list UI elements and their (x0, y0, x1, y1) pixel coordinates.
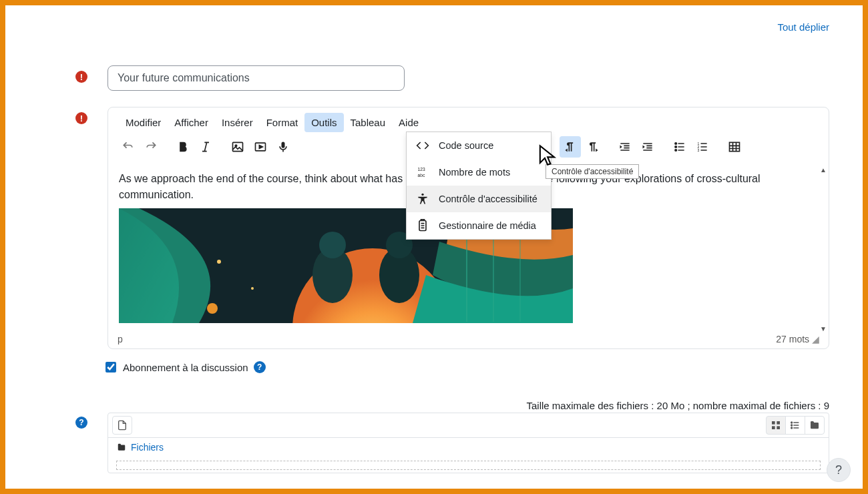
list-icon (790, 420, 801, 431)
svg-rect-10 (730, 142, 740, 151)
svg-rect-27 (772, 421, 775, 425)
svg-rect-29 (772, 426, 775, 429)
dropdown-code-source[interactable]: Code source (407, 132, 551, 159)
add-file-button[interactable] (112, 416, 132, 435)
svg-rect-30 (777, 426, 780, 429)
menu-modifier[interactable]: Modifier (119, 113, 168, 132)
redo-button[interactable] (140, 136, 162, 158)
list-view-button[interactable] (785, 416, 805, 435)
table-button[interactable] (724, 136, 745, 158)
indent-button[interactable] (637, 136, 658, 158)
svg-rect-3 (282, 142, 285, 148)
expand-all-link[interactable]: Tout déplier (777, 21, 829, 33)
required-icon: ! (75, 112, 87, 124)
editor-statusbar: p 27 mots ◢ (108, 331, 829, 348)
svg-point-32 (791, 425, 793, 426)
svg-point-31 (791, 422, 793, 423)
ltr-button[interactable] (560, 136, 581, 158)
svg-point-20 (217, 260, 221, 264)
required-icon: ! (75, 71, 87, 83)
help-icon[interactable]: ? (254, 361, 266, 373)
grid-icon (771, 420, 781, 431)
element-path[interactable]: p (118, 334, 123, 344)
wordcount-icon: 123abc (416, 166, 429, 179)
tree-view-button[interactable] (805, 416, 825, 435)
subject-input[interactable] (107, 65, 405, 91)
dropdown-item-label: Code source (439, 140, 493, 151)
svg-point-33 (791, 427, 793, 429)
svg-point-25 (421, 194, 423, 196)
menu-aide[interactable]: Aide (392, 113, 425, 132)
scroll-up-icon[interactable]: ▲ (820, 166, 827, 174)
svg-text:123: 123 (418, 167, 425, 172)
undo-button[interactable] (118, 136, 139, 158)
scroll-down-icon[interactable]: ▼ (820, 325, 827, 332)
bullet-list-button[interactable] (669, 136, 690, 158)
subscribe-checkbox[interactable] (105, 362, 116, 373)
svg-rect-28 (777, 421, 780, 425)
svg-point-6 (675, 150, 677, 152)
rich-text-editor: Modifier Afficher Insérer Format Outils … (107, 107, 829, 349)
dropdown-word-count[interactable]: 123abc Nombre de mots (407, 159, 551, 186)
file-path-link[interactable]: Fichiers (131, 442, 164, 453)
rtl-button[interactable] (582, 136, 604, 158)
editor-scrollbar[interactable]: ▲ ▼ (818, 166, 829, 332)
dropdown-item-label: Gestionnaire de média (439, 220, 536, 231)
cursor-icon (538, 144, 561, 169)
resize-grip-icon[interactable]: ◢ (812, 334, 819, 344)
outdent-button[interactable] (614, 136, 636, 158)
svg-point-4 (675, 143, 677, 145)
number-list-button[interactable]: 123 (692, 136, 713, 158)
word-count: 27 mots (776, 334, 809, 344)
svg-point-14 (319, 232, 346, 258)
media-manager-icon (416, 219, 429, 232)
menu-format[interactable]: Format (260, 113, 305, 132)
svg-text:3: 3 (698, 148, 700, 152)
help-fab-button[interactable]: ? (827, 458, 851, 482)
file-icon (117, 419, 128, 431)
code-icon (416, 139, 429, 152)
image-button[interactable] (227, 136, 248, 158)
tools-dropdown: Code source 123abc Nombre de mots Contrô… (406, 132, 552, 240)
dropdown-item-label: Nombre de mots (439, 167, 510, 178)
grid-view-button[interactable] (766, 416, 786, 435)
svg-point-21 (251, 287, 254, 290)
menu-inserer[interactable]: Insérer (215, 113, 260, 132)
help-icon[interactable]: ? (75, 417, 87, 429)
media-button[interactable] (250, 136, 271, 158)
editor-menubar: Modifier Afficher Insérer Format Outils … (108, 107, 829, 132)
dropdown-media-manager[interactable]: Gestionnaire de média (407, 212, 551, 239)
menu-tableau[interactable]: Tableau (344, 113, 393, 132)
svg-point-5 (675, 146, 677, 148)
bold-button[interactable] (172, 136, 194, 158)
subscribe-label: Abonnement à la discussion (123, 362, 248, 373)
menu-afficher[interactable]: Afficher (168, 113, 215, 132)
mic-button[interactable] (272, 136, 294, 158)
menu-outils[interactable]: Outils (304, 113, 343, 132)
dropdown-item-label: Contrôle d'accessibilité (439, 194, 537, 204)
italic-button[interactable] (195, 136, 216, 158)
folder-icon (809, 420, 820, 431)
file-drop-zone[interactable] (116, 461, 821, 470)
accessibility-icon (416, 192, 429, 206)
file-picker: Fichiers (107, 413, 829, 473)
folder-icon (116, 443, 127, 452)
dropdown-accessibility[interactable]: Contrôle d'accessibilité (407, 186, 551, 212)
svg-text:abc: abc (418, 173, 425, 178)
